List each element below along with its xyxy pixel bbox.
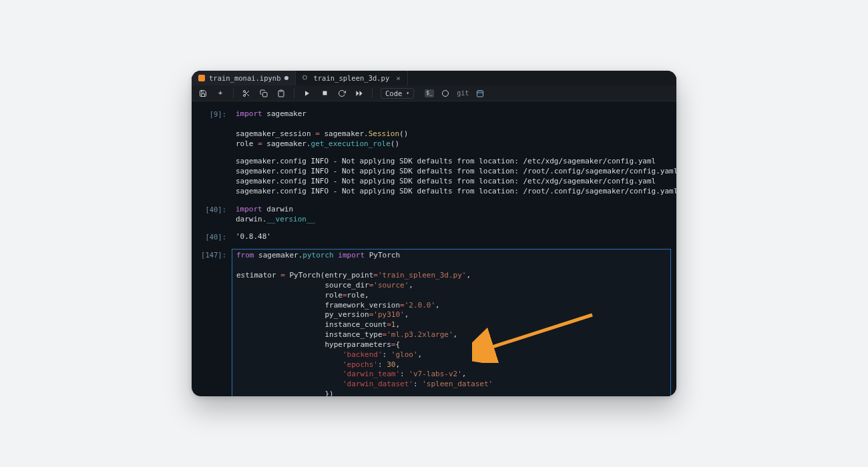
copy-button[interactable] [259, 89, 268, 98]
svg-rect-12 [477, 91, 483, 97]
tab-notebook[interactable]: train_monai.ipynb [192, 71, 296, 85]
code-content[interactable]: from sagemaker.pytorch import PyTorch es… [232, 249, 671, 396]
svg-line-3 [247, 94, 249, 96]
svg-rect-8 [322, 91, 327, 95]
kernel-status-icon[interactable] [441, 89, 450, 98]
stop-button[interactable] [320, 89, 329, 98]
cell-prompt: [9]: [197, 108, 232, 153]
add-cell-button[interactable]: + [216, 89, 225, 98]
code-content[interactable]: import sagemaker sagemaker_session = sag… [232, 108, 671, 153]
notebook-icon [198, 75, 205, 81]
paste-button[interactable] [276, 89, 286, 98]
cell-prompt: [40]: [197, 203, 232, 229]
svg-rect-6 [280, 90, 282, 91]
svg-point-0 [244, 90, 246, 92]
restart-button[interactable] [337, 89, 347, 98]
run-all-button[interactable] [355, 89, 364, 98]
cell-type-select[interactable]: Code ▾ [381, 88, 414, 99]
git-label: git [457, 89, 469, 97]
code-content[interactable]: import darwin darwin.__version__ [232, 203, 671, 229]
svg-marker-9 [357, 91, 359, 96]
output-cell: sagemaker.config INFO - Not applying SDK… [197, 155, 671, 200]
cell-prompt: [147]: [197, 249, 232, 396]
output-content: '0.8.48' [232, 231, 671, 246]
modified-indicator-icon [284, 76, 288, 80]
svg-marker-10 [360, 91, 363, 96]
python-icon: ⎔ [302, 75, 309, 81]
tab-python-file[interactable]: ⎔ train_spleen_3d.py × [296, 71, 407, 85]
tab-label: train_monai.ipynb [209, 74, 280, 82]
code-cell[interactable]: [9]: import sagemaker sagemaker_session … [197, 108, 671, 153]
close-icon[interactable]: × [396, 74, 401, 83]
editor-tabs: train_monai.ipynb ⎔ train_spleen_3d.py × [192, 71, 676, 85]
svg-rect-5 [263, 92, 268, 97]
code-cell[interactable]: [40]: import darwin darwin.__version__ [197, 203, 671, 229]
svg-point-11 [443, 90, 449, 96]
svg-point-1 [244, 94, 246, 96]
output-content: sagemaker.config INFO - Not applying SDK… [232, 155, 676, 200]
tab-label: train_spleen_3d.py [313, 74, 389, 82]
notebook-body[interactable]: [9]: import sagemaker sagemaker_session … [192, 101, 676, 396]
save-button[interactable] [198, 89, 208, 98]
jupyter-window: train_monai.ipynb ⎔ train_spleen_3d.py ×… [192, 71, 676, 396]
chevron-down-icon: ▾ [406, 90, 409, 96]
extension-icon[interactable] [475, 89, 485, 98]
notebook-toolbar: + Code ▾ $_ [192, 85, 676, 101]
cut-button[interactable] [242, 89, 251, 98]
cell-type-label: Code [385, 89, 402, 97]
output-prompt: [40]: [197, 231, 232, 246]
command-palette-button[interactable]: $_ [425, 89, 434, 97]
output-cell: [40]: '0.8.48' [197, 231, 671, 246]
code-cell-active[interactable]: [147]: from sagemaker.pytorch import PyT… [197, 249, 671, 396]
run-button[interactable] [302, 89, 312, 98]
svg-line-4 [245, 92, 246, 93]
svg-marker-7 [305, 91, 309, 96]
